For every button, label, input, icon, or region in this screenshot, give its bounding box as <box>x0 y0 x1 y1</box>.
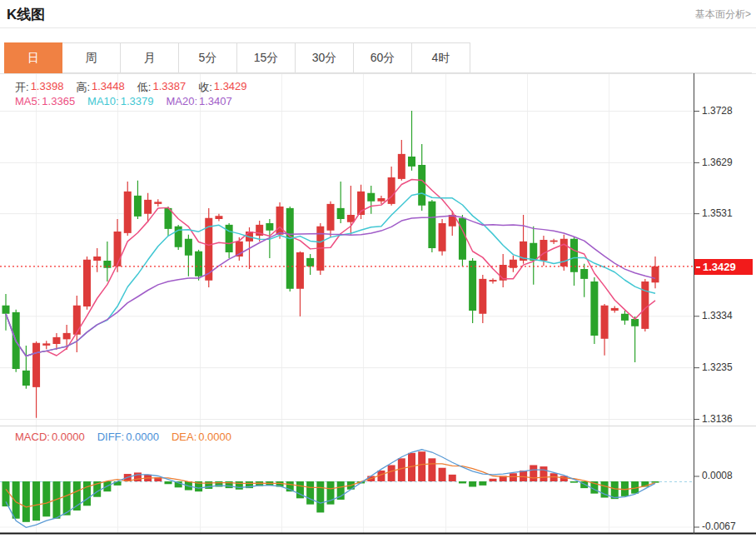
candle[interactable] <box>550 241 558 242</box>
macd-bar[interactable] <box>165 481 172 484</box>
axis-tick-label: 1.3136 <box>702 413 733 425</box>
candle[interactable] <box>388 177 395 204</box>
candle[interactable] <box>134 196 142 217</box>
candle[interactable] <box>377 198 385 202</box>
macd-bar[interactable] <box>32 481 40 521</box>
candle[interactable] <box>428 202 435 248</box>
candle[interactable] <box>154 202 162 204</box>
candle[interactable] <box>439 223 446 252</box>
candle[interactable] <box>63 333 71 340</box>
price-tag-tick <box>696 267 700 268</box>
macd-bar[interactable] <box>114 481 122 486</box>
candle[interactable] <box>22 371 30 386</box>
macd-bar[interactable] <box>520 471 527 481</box>
macd-bar[interactable] <box>570 481 578 483</box>
candle[interactable] <box>286 208 294 289</box>
axis-tick-label: 0.0008 <box>702 470 733 481</box>
macd-bar[interactable] <box>83 481 91 506</box>
candle[interactable] <box>469 261 476 311</box>
candle[interactable] <box>490 280 497 281</box>
macd-bar[interactable] <box>316 481 324 512</box>
candle[interactable] <box>337 208 345 219</box>
candle[interactable] <box>621 314 629 321</box>
candle[interactable] <box>226 225 233 252</box>
macd-bar[interactable] <box>510 473 517 481</box>
current-price-tag: 1.3429 <box>694 259 753 275</box>
candle[interactable] <box>479 279 486 314</box>
candle[interactable] <box>641 281 649 329</box>
candle[interactable] <box>185 239 192 256</box>
grid-layer <box>0 73 694 533</box>
candle[interactable] <box>408 157 415 167</box>
candle-layer <box>2 111 659 418</box>
macd-bar[interactable] <box>490 479 497 481</box>
candle[interactable] <box>652 267 659 282</box>
axis-tick-label: 1.3629 <box>702 157 733 168</box>
macd-bar[interactable] <box>652 481 659 483</box>
candle[interactable] <box>114 232 122 267</box>
macd-bar[interactable] <box>236 481 243 490</box>
candle[interactable] <box>42 343 50 346</box>
macd-bar[interactable] <box>22 481 30 522</box>
macd-bar[interactable] <box>306 481 314 505</box>
candle[interactable] <box>530 243 537 261</box>
candle[interactable] <box>418 165 425 206</box>
candle[interactable] <box>32 343 40 387</box>
macd-bar[interactable] <box>42 481 50 516</box>
candle[interactable] <box>590 281 598 336</box>
axis-tick-label: 1.3531 <box>702 207 733 219</box>
candle[interactable] <box>347 215 355 222</box>
candle[interactable] <box>93 257 101 261</box>
candle[interactable] <box>601 306 609 339</box>
kline-page: K线图 基本面分析> 日 周 月 5分 15分 30分 60分 4时 1.372… <box>0 0 756 538</box>
candle[interactable] <box>215 216 222 219</box>
candle[interactable] <box>73 306 81 335</box>
macd-bar[interactable] <box>398 458 405 481</box>
macd-bar[interactable] <box>540 466 547 481</box>
candle[interactable] <box>540 240 547 261</box>
candle[interactable] <box>52 337 60 344</box>
candle[interactable] <box>195 252 202 276</box>
candle[interactable] <box>296 252 304 289</box>
macd-bar[interactable] <box>459 481 466 483</box>
candle[interactable] <box>367 193 375 202</box>
candle[interactable] <box>306 258 314 267</box>
macd-bar[interactable] <box>428 458 435 481</box>
macd-bar[interactable] <box>418 451 425 481</box>
candle[interactable] <box>611 308 619 311</box>
axis-tick-label: 1.3235 <box>702 361 733 373</box>
axis-tick-label: -0.0067 <box>702 521 736 532</box>
axis-tick-label: 1.3334 <box>702 310 733 321</box>
macd-bar[interactable] <box>449 475 456 481</box>
macd-bar[interactable] <box>530 465 537 481</box>
macd-bar[interactable] <box>479 481 486 486</box>
candle[interactable] <box>144 200 152 214</box>
candle[interactable] <box>327 204 335 231</box>
kline-chart-canvas[interactable]: 1.37281.36291.35311.33341.32351.31360.00… <box>0 0 756 538</box>
candle[interactable] <box>2 306 10 314</box>
macd-histogram-layer <box>2 450 659 528</box>
macd-bar[interactable] <box>388 465 395 481</box>
macd-bar[interactable] <box>439 468 446 481</box>
candle[interactable] <box>580 269 588 279</box>
candle[interactable] <box>266 223 273 231</box>
candle[interactable] <box>124 192 132 233</box>
macd-bar[interactable] <box>469 481 476 487</box>
candle[interactable] <box>276 207 284 235</box>
price-tag-value: 1.3429 <box>703 261 736 273</box>
axis-tick-label: 1.3728 <box>702 105 733 117</box>
macd-bar[interactable] <box>12 481 20 519</box>
candle[interactable] <box>398 154 405 179</box>
candle[interactable] <box>570 239 578 272</box>
candle[interactable] <box>631 319 639 326</box>
